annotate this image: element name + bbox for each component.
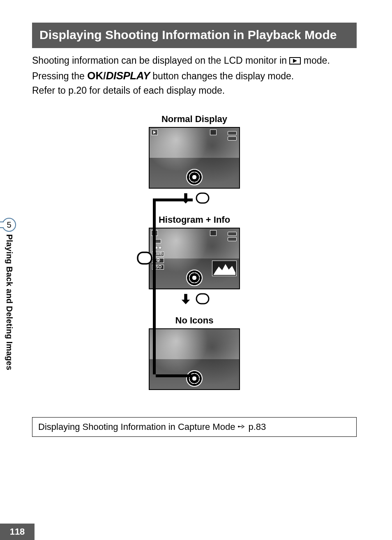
card-icon xyxy=(210,129,217,137)
display-mode-diagram: Normal Display Histogram + Info xyxy=(32,114,357,402)
text: button changes the display mode. xyxy=(150,71,294,81)
display-label: DISPLAY xyxy=(106,69,150,82)
intro-paragraph: Shooting information can be displayed on… xyxy=(32,54,357,97)
xref-text: Displaying Shooting Information in Captu… xyxy=(38,422,235,432)
lcd-normal-display xyxy=(149,127,240,189)
text: mode. xyxy=(301,55,330,66)
status-icons xyxy=(228,232,237,242)
svg-marker-1 xyxy=(293,59,297,63)
chapter-number: 5 xyxy=(2,218,16,232)
playback-mode-icon xyxy=(289,55,301,68)
pointer-icon xyxy=(238,422,246,432)
histogram-icon xyxy=(212,261,237,276)
chapter-tab: 5 Playing Back and Deleting Images xyxy=(1,218,17,370)
down-arrow-icon xyxy=(179,191,193,205)
status-icons xyxy=(228,131,237,142)
button-icon xyxy=(136,251,153,267)
svg-point-5 xyxy=(238,426,240,427)
playback-icon xyxy=(151,129,158,137)
dial-overlay-icon xyxy=(186,270,203,286)
dial-overlay-icon xyxy=(186,370,203,387)
svg-rect-3 xyxy=(196,294,209,304)
button-icon xyxy=(195,192,210,204)
flow-connector xyxy=(153,198,156,374)
text: Pressing the xyxy=(32,71,87,81)
text: Refer to p.20 for details of each displa… xyxy=(32,85,225,96)
chapter-title: Playing Back and Deleting Images xyxy=(5,234,14,370)
section-heading: Displaying Shooting Information in Playb… xyxy=(32,23,357,48)
ok-label: OK xyxy=(87,69,103,82)
card-icon xyxy=(210,230,217,238)
svg-rect-2 xyxy=(196,193,209,203)
page-number: 118 xyxy=(0,524,35,540)
cross-reference-box: Displaying Shooting Information in Captu… xyxy=(32,417,357,437)
lcd-no-icons xyxy=(149,328,240,390)
dial-overlay-icon xyxy=(186,169,203,185)
svg-rect-4 xyxy=(138,252,152,264)
text: Shooting information can be displayed on… xyxy=(32,55,289,66)
button-icon xyxy=(195,293,210,305)
lcd-histogram-info: ★★ AWB ⦿ ISO xyxy=(149,228,240,289)
xref-page: p.83 xyxy=(248,422,266,432)
down-arrow-icon xyxy=(179,292,193,306)
normal-display-label: Normal Display xyxy=(137,114,252,125)
